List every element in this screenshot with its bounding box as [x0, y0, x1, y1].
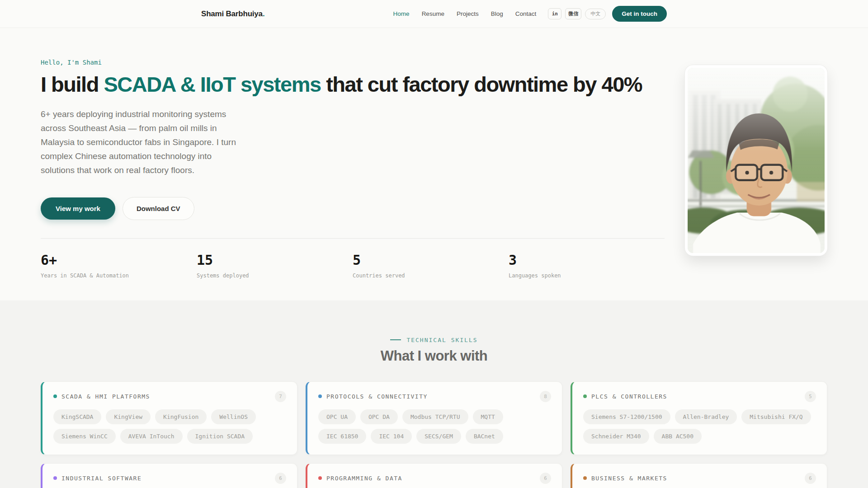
stat-label: Languages spoken	[509, 272, 665, 279]
stat-value: 6+	[41, 252, 197, 268]
hero-greeting: Hello, I'm Shami	[41, 59, 665, 66]
skill-count-badge: 6	[805, 473, 816, 484]
skill-tag: KingView	[106, 409, 151, 424]
skill-card-title: INDUSTRIAL SOFTWARE	[61, 475, 142, 482]
skill-card-header: PROTOCOLS & CONNECTIVITY8	[318, 391, 551, 402]
category-dot-icon	[318, 476, 322, 480]
skill-card-title: BUSINESS & MARKETS	[591, 475, 667, 482]
stat-item: 5Countries served	[353, 252, 509, 279]
skill-tag: OPC UA	[318, 409, 356, 424]
category-dot-icon	[583, 394, 587, 398]
skill-tag: KingSCADA	[53, 409, 101, 424]
skill-count-badge: 8	[540, 391, 551, 402]
eyebrow-label: TECHNICAL SKILLS	[406, 337, 477, 343]
skill-count-badge: 6	[275, 473, 286, 484]
brand-name: Shami Barbhuiya	[201, 9, 263, 18]
skill-tag: Siemens WinCC	[53, 429, 116, 444]
skill-tag: SECS/GEM	[416, 429, 461, 444]
skill-tag: MQTT	[473, 409, 503, 424]
view-work-button[interactable]: View my work	[41, 197, 115, 220]
skill-tag: IEC 61850	[318, 429, 366, 444]
skill-card-title: PROTOCOLS & CONNECTIVITY	[326, 393, 428, 400]
skill-card-header: PROGRAMMING & DATA6	[318, 473, 551, 484]
section-title: What I work with	[41, 348, 827, 364]
skill-count-badge: 6	[540, 473, 551, 484]
stat-value: 3	[509, 252, 665, 268]
stats-row: 6+Years in SCADA & Automation15Systems d…	[41, 238, 665, 279]
language-toggle[interactable]: 中文	[585, 9, 606, 19]
nav-link-projects[interactable]: Projects	[457, 10, 479, 17]
skill-tag: AVEVA InTouch	[120, 429, 183, 444]
skill-tag: ABB AC500	[654, 429, 702, 444]
download-cv-button[interactable]: Download CV	[123, 197, 194, 220]
category-dot-icon	[53, 394, 57, 398]
skill-card-title: PROGRAMMING & DATA	[326, 475, 402, 482]
skill-tags: OPC UAOPC DAModbus TCP/RTUMQTTIEC 61850I…	[318, 409, 551, 444]
skill-count-badge: 7	[275, 391, 286, 402]
skill-tag: KingFusion	[155, 409, 207, 424]
stat-value: 15	[197, 252, 353, 268]
section-eyebrow: TECHNICAL SKILLS	[41, 337, 827, 343]
skill-card-header: PLCS & CONTROLLERS5	[583, 391, 816, 402]
nav-link-resume[interactable]: Resume	[422, 10, 444, 17]
skill-tags: Siemens S7-1200/1500Allen-BradleyMitsubi…	[583, 409, 816, 444]
skill-tag: WellinOS	[211, 409, 256, 424]
skill-card: BUSINESS & MARKETS6Technical Pre-salesSo…	[571, 463, 827, 488]
hero-headline: I build SCADA & IIoT systems that cut fa…	[41, 73, 665, 96]
stat-item: 6+Years in SCADA & Automation	[41, 252, 197, 279]
category-dot-icon	[583, 476, 587, 480]
skill-count-badge: 5	[805, 391, 816, 402]
skill-tag: Siemens S7-1200/1500	[583, 409, 670, 424]
skill-card: PROTOCOLS & CONNECTIVITY8OPC UAOPC DAMod…	[306, 381, 562, 455]
linkedin-badge[interactable]: in	[548, 8, 561, 19]
get-in-touch-button[interactable]: Get in touch	[612, 6, 667, 22]
skill-tag: Ignition SCADA	[187, 429, 253, 444]
skill-card: PLCS & CONTROLLERS5Siemens S7-1200/1500A…	[571, 381, 827, 455]
skill-tag: Modbus TCP/RTU	[402, 409, 468, 424]
wechat-badge[interactable]: 微信	[565, 8, 581, 19]
stat-label: Years in SCADA & Automation	[41, 272, 197, 279]
skill-card: SCADA & HMI PLATFORMS7KingSCADAKingViewK…	[41, 381, 297, 455]
brand-dot: .	[263, 9, 265, 18]
skill-card-title: SCADA & HMI PLATFORMS	[61, 393, 150, 400]
category-dot-icon	[318, 394, 322, 398]
brand-logo[interactable]: Shami Barbhuiya.	[201, 9, 264, 19]
main-nav: HomeResumeProjectsBlogContact	[393, 10, 537, 17]
skill-tag: IEC 104	[371, 429, 412, 444]
portrait-photo-illustration	[688, 68, 825, 253]
skills-section: TECHNICAL SKILLS What I work with SCADA …	[0, 300, 868, 488]
hero-description: 6+ years deploying industrial monitoring…	[41, 107, 244, 177]
skill-tag: BACnet	[466, 429, 503, 444]
skill-tag: OPC DA	[360, 409, 398, 424]
stat-item: 15Systems deployed	[197, 252, 353, 279]
skill-tag: Schneider M340	[583, 429, 649, 444]
stat-value: 5	[353, 252, 509, 268]
headline-highlight: SCADA & IIoT systems	[104, 72, 321, 96]
nav-link-home[interactable]: Home	[393, 10, 410, 17]
site-header: Shami Barbhuiya. HomeResumeProjectsBlogC…	[0, 0, 868, 28]
skill-tag: Mitsubishi FX/Q	[741, 409, 811, 424]
stat-item: 3Languages spoken	[509, 252, 665, 279]
skills-grid: SCADA & HMI PLATFORMS7KingSCADAKingViewK…	[41, 381, 827, 488]
category-dot-icon	[53, 476, 57, 480]
nav-badges: in微信中文	[548, 8, 606, 19]
skill-card: INDUSTRIAL SOFTWARE6KingHistorianKingIOS…	[41, 463, 297, 488]
skill-tags: KingSCADAKingViewKingFusionWellinOSSieme…	[53, 409, 286, 444]
skill-card-header: SCADA & HMI PLATFORMS7	[53, 391, 286, 402]
stat-label: Systems deployed	[197, 272, 353, 279]
skill-card-title: PLCS & CONTROLLERS	[591, 393, 667, 400]
nav-link-blog[interactable]: Blog	[491, 10, 503, 17]
headline-prefix: I build	[41, 72, 104, 96]
skill-card-header: BUSINESS & MARKETS6	[583, 473, 816, 484]
hero-section: Hello, I'm Shami I build SCADA & IIoT sy…	[0, 28, 868, 300]
skill-card-header: INDUSTRIAL SOFTWARE6	[53, 473, 286, 484]
skill-card: PROGRAMMING & DATA6PythonSQLC#Structured…	[306, 463, 562, 488]
stat-label: Countries served	[353, 272, 509, 279]
nav-link-contact[interactable]: Contact	[515, 10, 537, 17]
portrait-photo	[685, 65, 827, 256]
skill-tag: Allen-Bradley	[675, 409, 737, 424]
eyebrow-dash-icon	[390, 339, 401, 340]
headline-suffix: that cut factory downtime by 40%	[321, 72, 642, 96]
